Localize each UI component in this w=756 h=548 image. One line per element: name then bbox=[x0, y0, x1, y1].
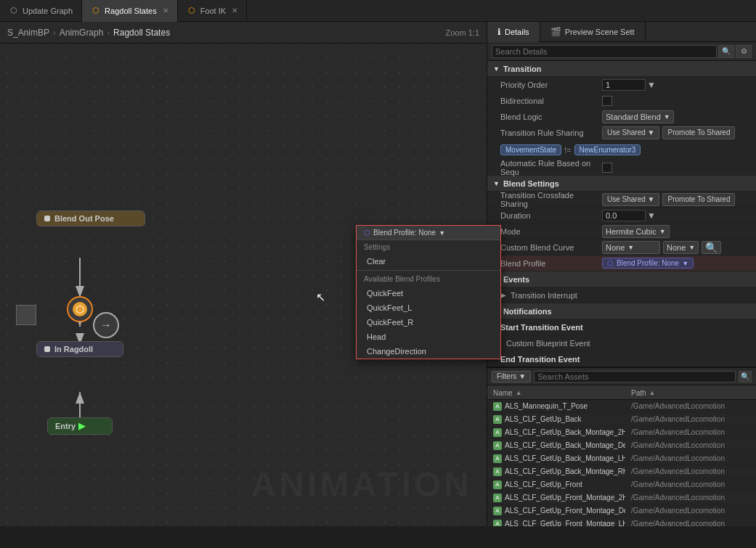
asset-row[interactable]: A ALS_CLF_GetUp_Back_Montage_LH /Game/Ad… bbox=[487, 452, 756, 465]
breadcrumb-s-animbp[interactable]: S_AnimBP bbox=[7, 28, 49, 38]
tab-details[interactable]: ℹ Details bbox=[487, 22, 540, 42]
dropdown-clear[interactable]: Clear bbox=[357, 254, 500, 269]
prop-duration: Duration ▼ bbox=[487, 208, 756, 224]
dropdown-item-quickfeet-r[interactable]: QuickFeet_R bbox=[357, 315, 500, 330]
blend-logic-dropdown[interactable]: Standard Blend ▼ bbox=[602, 110, 674, 123]
details-tabs: ℹ Details 🎬 Preview Scene Sett bbox=[487, 22, 756, 42]
section-events[interactable]: ▼ Events bbox=[487, 271, 756, 287]
blend-settings-arrow: ▼ bbox=[493, 180, 500, 187]
asset-path-header: Path ▲ bbox=[625, 385, 756, 400]
prop-start-transition-event: Start Transition Event bbox=[487, 319, 756, 335]
details-icon: ℹ bbox=[497, 27, 501, 37]
promote-to-shared-btn[interactable]: Promote To Shared bbox=[662, 126, 735, 139]
breadcrumb-animgraph[interactable]: AnimGraph bbox=[60, 28, 104, 38]
asset-row[interactable]: A ALS_Mannequin_T_Pose /Game/AdvancedLoc… bbox=[487, 400, 756, 413]
available-label: Available Blend Profiles bbox=[357, 272, 500, 286]
graph-icon: ⬡ bbox=[9, 6, 19, 16]
bidirectional-checkbox[interactable] bbox=[602, 96, 612, 106]
asset-row[interactable]: A ALS_CLF_GetUp_Back /Game/AdvancedLocom… bbox=[487, 413, 756, 426]
in-ragdoll-node[interactable]: In Ragdoll bbox=[36, 341, 123, 357]
prop-custom-blueprint-1: Custom Blueprint Event bbox=[487, 335, 756, 351]
asset-row[interactable]: A ALS_CLF_GetUp_Front_Montage_Default /G… bbox=[487, 504, 756, 518]
crossfade-promote-btn[interactable]: Promote To Shared bbox=[662, 193, 735, 206]
use-shared-btn[interactable]: Use Shared ▼ bbox=[602, 126, 659, 139]
ragdoll-icon: ⬡ bbox=[91, 6, 101, 16]
small-box-1[interactable] bbox=[16, 305, 36, 325]
asset-header: Name ▲ Path ▲ bbox=[487, 385, 756, 400]
asset-row[interactable]: A ALS_CLF_GetUp_Back_Montage_2H /Game/Ad… bbox=[487, 426, 756, 439]
section-notifications[interactable]: ▼ Notifications bbox=[487, 303, 756, 319]
search-button[interactable]: 🔍 bbox=[718, 45, 734, 58]
dropdown-header: ⬡ Blend Profile: None ▼ bbox=[357, 226, 500, 240]
cursor: ↖ bbox=[316, 290, 325, 304]
auto-rule-row: Automatic Rule Based on Sequ bbox=[487, 160, 756, 176]
priority-order-input[interactable] bbox=[602, 79, 646, 91]
asset-row[interactable]: A ALS_CLF_GetUp_Front_Montage_2H /Game/A… bbox=[487, 491, 756, 504]
asset-search-button[interactable]: 🔍 bbox=[739, 371, 752, 383]
in-ragdoll-header: In Ragdoll bbox=[37, 342, 123, 356]
asset-rows: A ALS_Mannequin_T_Pose /Game/AdvancedLoc… bbox=[487, 400, 756, 526]
asset-search-input[interactable] bbox=[534, 371, 736, 383]
prop-bidirectional: Bidirectional bbox=[487, 93, 756, 109]
crossfade-use-shared-btn[interactable]: Use Shared ▼ bbox=[602, 193, 659, 206]
settings-button[interactable]: ⚙ bbox=[736, 45, 752, 58]
dropdown-item-quickfeet-l[interactable]: QuickFeet_L bbox=[357, 300, 500, 315]
asset-name-header: Name ▲ bbox=[487, 385, 625, 400]
blend-profile-dropdown: ⬡ Blend Profile: None ▼ Settings Clear A… bbox=[356, 225, 501, 359]
new-enumerator-pill[interactable]: NewEnumerator3 bbox=[574, 144, 641, 155]
blend-profile-badge[interactable]: ⬡ Blend Profile: None ▼ bbox=[602, 258, 694, 269]
entry-header: Entry ▶ bbox=[48, 418, 112, 434]
section-blend-settings[interactable]: ▼ Blend Settings bbox=[487, 176, 756, 192]
asset-table: Name ▲ Path ▲ A ALS_Mannequin_T_Pose /Ga… bbox=[487, 385, 756, 526]
dropdown-item-head[interactable]: Head bbox=[357, 330, 500, 344]
transition-arrow: ▼ bbox=[493, 65, 500, 73]
footik-icon: ⬡ bbox=[187, 6, 197, 16]
dropdown-item-changedirection[interactable]: ChangeDirection bbox=[357, 344, 500, 359]
asset-row[interactable]: A ALS_CLF_GetUp_Back_Montage_Default /Ga… bbox=[487, 439, 756, 452]
browse-curve-btn[interactable]: 🔍 bbox=[702, 241, 721, 254]
section-transition[interactable]: ▼ Transition bbox=[487, 61, 756, 77]
dropdown-divider bbox=[357, 270, 500, 271]
tab-ragdoll-states[interactable]: ⬡ Ragdoll States ✕ bbox=[82, 0, 178, 22]
auto-rule-checkbox[interactable] bbox=[602, 163, 612, 173]
prop-crossfade-sharing: Transition Crossfade Sharing Use Shared … bbox=[487, 192, 756, 208]
prop-transition-rule-sharing: Transition Rule Sharing Use Shared ▼ Pro… bbox=[487, 125, 756, 141]
transition-inner-1: ⬡ bbox=[73, 302, 87, 316]
preview-icon: 🎬 bbox=[550, 27, 561, 37]
watermark: ANIMATION bbox=[251, 465, 472, 504]
settings-label: Settings bbox=[357, 240, 500, 254]
zoom-label: Zoom 1:1 bbox=[446, 28, 479, 37]
custom-blend-curve-dropdown[interactable]: None ▼ bbox=[602, 241, 660, 254]
asset-row[interactable]: A ALS_CLF_GetUp_Front /Game/AdvancedLoco… bbox=[487, 478, 756, 491]
asset-row[interactable]: A ALS_CLF_GetUp_Front_Montage_LH /Game/A… bbox=[487, 518, 756, 526]
prop-blend-logic: Blend Logic Standard Blend ▼ bbox=[487, 109, 756, 125]
prop-mode: Mode Hermite Cubic ▼ bbox=[487, 224, 756, 240]
tab-update-graph[interactable]: ⬡ Update Graph bbox=[0, 0, 82, 22]
search-input[interactable] bbox=[492, 45, 717, 58]
dropdown-item-quickfeet[interactable]: QuickFeet bbox=[357, 286, 500, 300]
asset-browser: Filters ▼ 🔍 Name ▲ Path ▲ bbox=[487, 367, 756, 526]
tab-preview-scene[interactable]: 🎬 Preview Scene Sett bbox=[540, 22, 646, 42]
movement-state-pill[interactable]: MovementState bbox=[500, 144, 561, 155]
blend-out-pose-node[interactable]: Blend Out Pose bbox=[36, 210, 145, 226]
asset-row[interactable]: A ALS_CLF_GetUp_Back_Montage_RH /Game/Ad… bbox=[487, 465, 756, 478]
entry-node[interactable]: Entry ▶ bbox=[47, 417, 113, 435]
blend-out-header: Blend Out Pose bbox=[37, 211, 145, 226]
filters-button[interactable]: Filters ▼ bbox=[492, 371, 531, 383]
prop-end-transition-event: End Transition Event bbox=[487, 351, 756, 367]
right-panel: ℹ Details 🎬 Preview Scene Sett 🔍 ⚙ ▼ Tra… bbox=[487, 22, 756, 526]
none-dropdown[interactable]: None ▼ bbox=[663, 241, 699, 254]
tab-foot-ik[interactable]: ⬡ Foot IK ✕ bbox=[178, 0, 247, 22]
breadcrumb-current: Ragdoll States bbox=[113, 28, 170, 38]
mode-dropdown[interactable]: Hermite Cubic ▼ bbox=[602, 225, 670, 238]
tab-bar: ⬡ Update Graph ⬡ Ragdoll States ✕ ⬡ Foot… bbox=[0, 0, 756, 22]
duration-input[interactable] bbox=[602, 210, 646, 221]
details-content: ▼ Transition Priority Order ▼ Bidirectio… bbox=[487, 61, 756, 367]
blend-rule-row: MovementState != NewEnumerator3 bbox=[487, 141, 756, 160]
main-layout: S_AnimBP › AnimGraph › Ragdoll States Zo… bbox=[0, 22, 756, 526]
prop-transition-interrupt: ▶ Transition Interrupt bbox=[487, 287, 756, 303]
transition-node-1[interactable]: ⬡ bbox=[67, 296, 93, 322]
transition-node-2[interactable]: → bbox=[93, 312, 119, 338]
prop-custom-blend-curve: Custom Blend Curve None ▼ None ▼ 🔍 bbox=[487, 240, 756, 255]
search-bar: 🔍 ⚙ bbox=[487, 42, 756, 61]
